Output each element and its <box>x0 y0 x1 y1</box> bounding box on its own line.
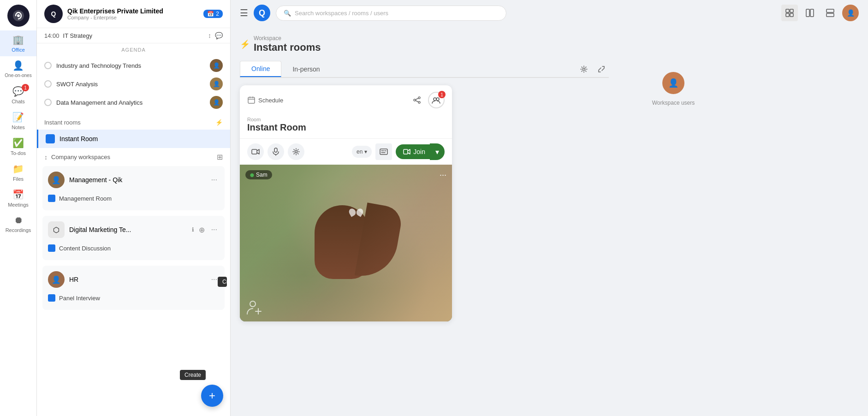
add-fab[interactable]: + <box>201 385 223 407</box>
join-dropdown-btn[interactable]: ▾ <box>430 143 445 160</box>
management-room-item[interactable]: Management Room <box>48 192 219 205</box>
agenda-item-1[interactable]: Industry and Technology Trends 👤 <box>44 56 223 75</box>
agenda-text-1: Industry and Technology Trends <box>56 62 205 69</box>
video-background: Sam ··· <box>240 165 452 321</box>
sort-icon: ↕ <box>208 32 211 39</box>
settings-tab-icon[interactable] <box>577 62 591 77</box>
agenda-radio-2[interactable] <box>44 80 52 88</box>
split-h-view-btn[interactable] <box>802 5 818 21</box>
panel-title-row: ⚡ Workspace Instant rooms <box>240 35 609 53</box>
workspace-label: Workspace <box>254 35 321 42</box>
sidebar-item-files[interactable]: 📁 Files <box>0 160 36 185</box>
svg-point-10 <box>583 68 585 70</box>
person-icon: 👤 <box>12 60 24 71</box>
workspace-management: 👤 Management - Qik ··· Management Room <box>42 166 225 210</box>
svg-rect-5 <box>790 13 793 17</box>
hr-room-item[interactable]: Panel Interview <box>48 291 219 304</box>
svg-rect-8 <box>826 9 834 12</box>
video-btn[interactable] <box>247 143 264 160</box>
app-logo[interactable] <box>7 5 30 27</box>
company-workspaces-header[interactable]: ↕ Company workspaces ⊞ <box>37 148 230 166</box>
tabs-bar: Online In-person <box>240 61 609 78</box>
sidebar-item-meetings[interactable]: 📅 Meetings <box>0 185 36 211</box>
svg-rect-9 <box>826 13 834 17</box>
digital-more-btn[interactable]: ··· <box>209 226 219 234</box>
add-workspace-icon[interactable]: ⊞ <box>217 153 223 161</box>
add-room-icon[interactable]: ⊕ <box>199 226 205 234</box>
sidebar-item-one-on-ones[interactable]: 👤 One-on-ones <box>0 56 36 82</box>
mic-btn[interactable] <box>268 143 284 160</box>
lightning-icon[interactable]: ⚡ <box>215 119 223 126</box>
tab-online[interactable]: Online <box>240 61 281 77</box>
caption-btn[interactable] <box>375 143 392 160</box>
company-info: Qik Enterprises Private Limited Company … <box>67 7 199 20</box>
agenda-section: AGENDA Industry and Technology Trends 👤 … <box>37 43 230 115</box>
hr-room-name: Panel Interview <box>59 295 100 302</box>
room-card-header: Schedule <box>240 85 452 115</box>
workspace-hr-name: HR <box>69 276 205 283</box>
grid-view-btn[interactable] <box>781 5 798 21</box>
management-more-btn[interactable]: ··· <box>209 176 219 184</box>
chat-bubble-icon[interactable]: 💬 <box>215 32 223 39</box>
split-v-icon <box>826 9 834 17</box>
sidebar-item-label: Files <box>13 176 24 182</box>
sidebar-item-notes[interactable]: 📝 Notes <box>0 108 36 134</box>
person-figure <box>296 196 388 321</box>
gear-btn[interactable] <box>288 143 304 160</box>
participants-badge[interactable]: 1 <box>428 92 445 108</box>
workspace-digital-marketing: ⬡ Digital Marketing Te... ℹ ⊕ ··· Conten… <box>42 216 225 260</box>
svg-rect-4 <box>786 13 789 17</box>
share-btn[interactable] <box>410 93 424 107</box>
workspace-management-header: 👤 Management - Qik ··· <box>48 172 219 188</box>
agenda-radio-1[interactable] <box>44 62 52 69</box>
agenda-label: AGENDA <box>44 47 223 53</box>
plus-icon: + <box>209 389 215 402</box>
chevron-down-icon: ▾ <box>364 149 367 155</box>
company-logo: Q <box>44 5 63 23</box>
workspace-digital-marketing-icon: ⬡ <box>48 221 65 238</box>
agenda-text-2: SWOT Analysis <box>56 81 205 88</box>
split-v-view-btn[interactable] <box>822 5 838 21</box>
language-btn[interactable]: en ▾ <box>352 146 372 158</box>
hr-room-dot <box>48 294 55 302</box>
join-btn[interactable]: Join <box>396 144 433 159</box>
room-label: Room <box>247 117 445 122</box>
video-more-btn[interactable]: ··· <box>440 170 446 180</box>
room-title-section: Room Instant Room <box>240 115 452 138</box>
info-icon[interactable]: ℹ <box>192 226 194 233</box>
topbar: ☰ Q 🔍 Search workspaces / rooms / users <box>231 0 868 26</box>
sidebar-item-chats[interactable]: 1 💬 Chats <box>0 82 36 108</box>
controls-bar: en ▾ <box>240 138 452 165</box>
agenda-radio-3[interactable] <box>44 99 52 106</box>
expand-tab-icon[interactable] <box>594 62 609 77</box>
notification-badge[interactable]: 📅 2 <box>203 10 223 18</box>
sidebar-item-office[interactable]: 🏢 Office <box>0 30 36 56</box>
mic-icon <box>273 148 279 156</box>
sidebar-item-label: Chats <box>12 99 25 104</box>
workspace-digital-marketing-name: Digital Marketing Te... <box>69 226 187 233</box>
meeting-row[interactable]: 14:00 IT Strategy ↕ 💬 <box>37 28 230 43</box>
user-avatar[interactable]: 👤 <box>842 5 859 21</box>
video-join-icon <box>403 149 410 155</box>
menu-icon[interactable]: ☰ <box>240 7 248 18</box>
recordings-icon: ⏺ <box>14 215 23 226</box>
tab-in-person[interactable]: In-person <box>281 62 331 77</box>
svg-rect-20 <box>380 149 387 155</box>
person-add-icon[interactable] <box>245 297 264 316</box>
sidebar-item-label: One-on-ones <box>5 73 31 78</box>
instant-room-item[interactable]: Instant Room <box>37 130 230 148</box>
workspace-users-label: Workspace users <box>652 100 695 106</box>
sidebar-item-recordings[interactable]: ⏺ Recordings <box>0 211 36 237</box>
workspace-management-name: Management - Qik <box>69 176 205 184</box>
search-bar[interactable]: 🔍 Search workspaces / rooms / users <box>276 6 506 21</box>
sidebar-item-todos[interactable]: ✅ To-dos <box>0 134 36 160</box>
agenda-item-2[interactable]: SWOT Analysis 👤 <box>44 75 223 93</box>
room-title: Instant Room <box>247 122 445 133</box>
workspace-hr-avatar: 👤 <box>48 271 65 288</box>
room-card: Schedule <box>240 85 452 321</box>
digital-marketing-room-item[interactable]: Content Discussion <box>48 242 219 255</box>
agenda-item-3[interactable]: Data Management and Analytics 👤 <box>44 93 223 112</box>
digital-marketing-room-name: Content Discussion <box>59 245 111 252</box>
workspace-users-section: 👤 Workspace users <box>652 72 695 106</box>
caption-icon <box>380 149 388 155</box>
